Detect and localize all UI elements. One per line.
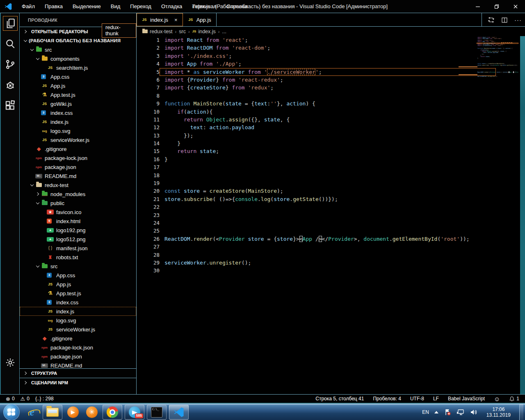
minimap[interactable]: import React from 'react';import ReactDO… <box>477 37 518 115</box>
close-tab-icon[interactable]: × <box>174 17 178 23</box>
taskbar-internet-explorer-icon[interactable]: e <box>24 405 40 420</box>
taskbar-vscode-icon[interactable] <box>169 405 189 420</box>
tree-item-serviceworker.js[interactable]: JSserviceWorker.js <box>20 325 136 334</box>
tree-item-favicon.ico[interactable]: ★favicon.ico <box>20 208 136 217</box>
sync-editors-icon[interactable] <box>488 16 495 23</box>
code-line-15[interactable]: 15 return state; <box>137 147 525 155</box>
minimize-icon[interactable] <box>468 0 487 13</box>
taskbar-chrome-icon[interactable] <box>103 405 122 420</box>
status-[interactable]: Пробелов: 4 <box>373 396 401 402</box>
code-line-30[interactable]: 30 <box>137 267 525 274</box>
code-line-22[interactable]: 22 <box>137 203 525 211</box>
breadcrumb-item-index-js[interactable]: JSindex.js <box>192 29 216 34</box>
menu-выделение[interactable]: Выделение <box>68 0 105 13</box>
tree-item-logo192.png[interactable]: ▴logo192.png <box>20 226 136 235</box>
tree-item-app.js[interactable]: JSApp.js <box>20 280 136 289</box>
tree-item-robots.txt[interactable]: ♜robots.txt <box>20 253 136 262</box>
code-line-17[interactable]: 17 <box>137 163 525 171</box>
code-line-24[interactable]: 24 <box>137 219 525 227</box>
tree-item-index.js[interactable]: JSindex.js <box>20 307 136 316</box>
tree-item-src[interactable]: src <box>20 45 136 54</box>
tree-item-app.css[interactable]: 3App.css <box>20 271 136 280</box>
tree-item-src[interactable]: src <box>20 262 136 271</box>
tree-item-logo.svg[interactable]: svglogo.svg <box>20 316 136 325</box>
breadcrumb-item--[interactable]: ... <box>222 29 226 34</box>
tree-item-index.css[interactable]: 3index.css <box>20 298 136 307</box>
clock[interactable]: 17:06 13.11.2019 <box>483 406 514 418</box>
tree-item-package-lock.json[interactable]: npmpackage-lock.json <box>20 153 136 162</box>
menu-отладка[interactable]: Отладка <box>157 0 187 13</box>
code-line-2[interactable]: 2import ReactDOM from 'react-dom'; <box>137 44 525 52</box>
code-line-23[interactable]: 23 <box>137 211 525 219</box>
menu-правка[interactable]: Правка <box>40 0 67 13</box>
language-indicator[interactable]: EN <box>422 409 429 415</box>
code-line-13[interactable]: 13 }); <box>137 132 525 139</box>
hidden-icons-arrow[interactable] <box>434 411 438 413</box>
status-lf[interactable]: LF <box>433 396 439 402</box>
tree-item-index.js[interactable]: JSindex.js <box>20 117 136 126</box>
close-icon[interactable] <box>506 0 525 13</box>
tree-item-app.test.js[interactable]: ⚗App.test.js <box>20 90 136 99</box>
activity-extensions-icon[interactable] <box>1 95 20 116</box>
taskbar-telegram-icon[interactable]: 585 <box>125 405 144 420</box>
section-structure[interactable]: СТРУКТУРА <box>20 368 136 378</box>
taskbar-settings-wheel-icon[interactable]: ✳ <box>84 405 100 420</box>
status-utf8[interactable]: UTF-8 <box>410 396 424 402</box>
action-center-flag-icon[interactable] <box>444 409 451 416</box>
activity-settings[interactable] <box>1 352 20 373</box>
tree-item-package.json[interactable]: npmpackage.json <box>20 162 136 171</box>
restore-icon[interactable] <box>487 0 506 13</box>
warnings-indicator[interactable]: ⚠0 <box>21 396 30 402</box>
activity-source-control-icon[interactable] <box>1 54 20 75</box>
more-actions-icon[interactable]: ··· <box>514 16 522 23</box>
code-line-19[interactable]: 19 <box>137 179 525 187</box>
code-line-10[interactable]: 10 if(action){ <box>137 108 525 116</box>
code-line-6[interactable]: 6import {Provider} from 'react-redux'; <box>137 76 525 84</box>
code-line-29[interactable]: 29serviceWorker.unregister(); <box>137 259 525 267</box>
menu-файл[interactable]: Файл <box>17 0 39 13</box>
tree-item-components[interactable]: components <box>20 54 136 63</box>
code-line-25[interactable]: 25 <box>137 227 525 235</box>
taskbar-file-explorer-icon[interactable] <box>43 405 62 420</box>
tree-item-manifest.json[interactable]: { }manifest.json <box>20 244 136 253</box>
code-line-7[interactable]: 7import {createStore} from 'redux'; <box>137 84 525 91</box>
taskbar-media-player-icon[interactable]: ▶ <box>65 405 81 420</box>
code-line-26[interactable]: 26ReactDOM.render(<Provider store = {sto… <box>137 235 525 243</box>
tree-item-app.js[interactable]: JSApp.js <box>20 81 136 90</box>
tree-item-logo.svg[interactable]: svglogo.svg <box>20 126 136 135</box>
tree-item-package-lock.json[interactable]: npmpackage-lock.json <box>20 343 136 352</box>
section-npm-scripts[interactable]: СЦЕНАРИИ NPM <box>20 378 136 387</box>
brace-counter[interactable]: {..} : 298 <box>35 396 54 402</box>
tree-item-public[interactable]: public <box>20 199 136 208</box>
taskbar-cmd-icon[interactable]: C:\_ <box>147 405 167 420</box>
code-line-8[interactable]: 8 <box>137 92 525 100</box>
tree-item-app.css[interactable]: 3App.css <box>20 72 136 81</box>
status-[interactable]: Строка 5, столбец 41 <box>315 396 364 402</box>
tree-item-serviceworker.js[interactable]: JSserviceWorker.js <box>20 135 136 144</box>
code-editor[interactable]: 1import React from 'react';2import React… <box>137 36 525 394</box>
tree-item-gowiki.js[interactable]: JSgoWiki.js <box>20 99 136 108</box>
network-icon[interactable] <box>457 409 465 416</box>
tree-item-redux-test[interactable]: redux-test <box>20 180 136 189</box>
volume-icon[interactable] <box>470 409 478 416</box>
code-line-16[interactable]: 16} <box>137 155 525 163</box>
code-line-27[interactable]: 27 <box>137 243 525 251</box>
tree-item-logo512.png[interactable]: ▴logo512.png <box>20 235 136 244</box>
activity-debug-icon[interactable] <box>1 75 20 95</box>
code-line-11[interactable]: 11 return Object.assign({}, state, { <box>137 116 525 123</box>
tree-item-index.css[interactable]: 3index.css <box>20 108 136 117</box>
errors-indicator[interactable]: ⊗0 <box>6 396 15 402</box>
start-button[interactable] <box>3 404 20 420</box>
tree-item-app.test.js[interactable]: ⚗App.test.js <box>20 289 136 298</box>
status-babel[interactable]: Babel JavaScript <box>448 396 485 402</box>
menu-вид[interactable]: Вид <box>106 0 125 13</box>
notifications-bell[interactable]: 1 <box>509 396 519 402</box>
breadcrumb-item-redux-test[interactable]: redux-test <box>142 29 173 34</box>
tree-item-package.json[interactable]: npmpackage.json <box>20 352 136 361</box>
tree-item-node_modules[interactable]: node_modules <box>20 189 136 199</box>
activity-files-icon[interactable] <box>1 13 20 34</box>
tree-item-index.html[interactable]: 5index.html <box>20 217 136 226</box>
split-editor-icon[interactable] <box>501 17 508 23</box>
tree-item-.gitignore[interactable]: ◆.gitignore <box>20 144 136 153</box>
code-line-20[interactable]: 20const store = createStore(MainStore); <box>137 187 525 195</box>
